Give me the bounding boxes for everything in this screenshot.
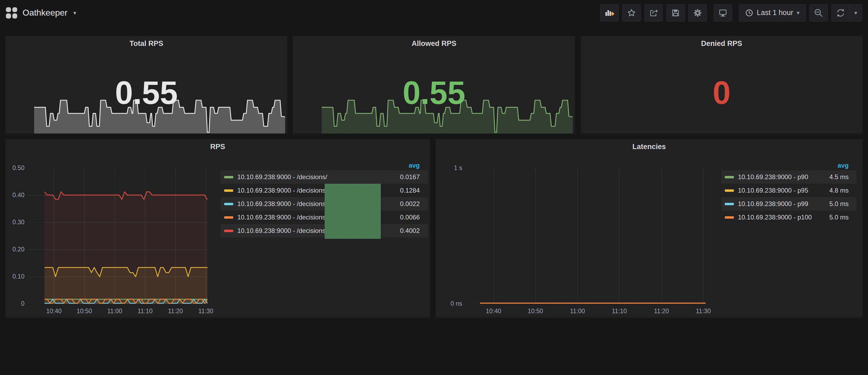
legend-avg-value: 4.5 ms [829,173,849,181]
x-axis-label: 11:30 [688,308,718,315]
settings-button[interactable] [688,4,707,22]
y-axis-label: 0 [5,300,25,308]
stat-value: 0.55 [5,76,287,110]
save-icon [671,8,680,18]
x-axis-label: 10:40 [39,308,69,315]
x-axis-label: 11:00 [563,308,592,315]
series-color-swatch[interactable] [224,189,233,192]
star-button[interactable] [622,4,641,22]
share-icon [649,8,658,18]
stat-row: Total RPS 0.55 Allowed RPS 0.55 Denied R… [5,36,863,133]
x-axis-label: 10:50 [70,308,99,315]
stat-value: 0.55 [293,76,575,110]
legend-row[interactable]: 10.10.69.238:9000 - p954.8 ms [721,184,857,197]
legend-avg-header[interactable]: avg [721,161,857,170]
y-axis-label: 1 s [436,164,462,172]
x-axis-label: 11:10 [604,308,634,315]
star-icon [627,8,637,18]
chevron-down-icon: ▾ [854,10,857,15]
panel-title[interactable]: Denied RPS [581,39,863,48]
zoom-out-icon [814,8,824,18]
series-color-swatch[interactable] [224,203,233,205]
legend-series-label: 10.10.69.238:9000 - p95 [738,187,824,194]
monitor-icon [718,8,728,18]
rps-legend: avg10.10.69.238:9000 - /decisions/0.0167… [220,161,428,238]
legend-avg-value: 0.0022 [400,200,420,208]
refresh-button[interactable] [832,4,850,22]
dashboard-nav: Oathkeeper ▾ [6,7,76,19]
x-axis-label: 11:20 [647,308,676,315]
legend-row[interactable]: 10.10.69.238:9000 - p904.5 ms [721,170,857,184]
overlay-box [324,184,381,239]
legend-row[interactable]: 10.10.69.238:9000 - p1005.0 ms [721,211,857,224]
series-color-swatch[interactable] [725,203,734,205]
panel-denied-rps: Denied RPS 0 [581,36,863,133]
toolbar: Last 1 hour ▾ ▾ [600,4,862,22]
x-axis-label: 10:50 [521,308,550,315]
time-range-picker[interactable]: Last 1 hour ▾ [739,4,806,22]
y-axis-label: 0.10 [5,273,25,280]
legend-row[interactable]: 10.10.69.238:9000 - p995.0 ms [721,197,857,211]
panel-title[interactable]: Total RPS [5,39,287,48]
legend-row[interactable]: 10.10.69.238:9000 - /decisions/0.0066 [220,211,428,224]
x-axis-label: 10:40 [479,308,508,315]
series-color-swatch[interactable] [224,230,233,232]
y-axis-label: 0.40 [5,191,25,199]
legend-series-label: 10.10.69.238:9000 - p99 [738,200,824,208]
panel-rps-graph: RPS avg10.10.69.238:9000 - /decisions/0.… [5,139,430,318]
time-range-label: Last 1 hour [757,9,793,17]
legend-avg-value: 4.8 ms [829,187,849,194]
panel-title[interactable]: RPS [5,143,430,151]
cycle-view-button[interactable] [714,4,732,22]
series-color-swatch[interactable] [224,176,233,178]
series-color-swatch[interactable] [725,216,734,219]
legend-series-label: 10.10.69.238:9000 - /decisions/ [237,173,394,181]
clock-icon [745,9,753,17]
panel-title[interactable]: Latencies [436,143,863,151]
legend-series-label: 10.10.69.238:9000 - p100 [738,214,824,221]
rps-chart-canvas[interactable] [29,168,208,304]
add-panel-button[interactable] [600,4,619,22]
y-axis-label: 0.30 [5,219,25,226]
navbar: Oathkeeper ▾ [0,0,868,26]
legend-avg-value: 5.0 ms [829,214,849,221]
graph-row: RPS avg10.10.69.238:9000 - /decisions/0.… [5,139,863,318]
chevron-down-icon: ▾ [797,10,800,15]
chevron-down-icon[interactable]: ▾ [73,10,76,16]
legend-avg-value: 0.0066 [400,214,420,221]
refresh-button-group: ▾ [832,4,862,22]
legend-row[interactable]: 10.10.69.238:9000 - /decisions/0.0022 [220,197,428,211]
x-axis-label: 11:00 [100,308,129,315]
series-color-swatch[interactable] [725,176,734,178]
legend-row[interactable]: 10.10.69.238:9000 - /decisions/0.0167 [220,170,428,184]
dashboard-grid-icon[interactable] [6,7,17,19]
legend-series-label: 10.10.69.238:9000 - p90 [738,173,824,181]
latencies-chart-canvas[interactable] [467,168,706,304]
y-axis-label: 0.20 [5,246,25,253]
legend-row[interactable]: 10.10.69.238:9000 - /decisions/0.1284 [220,184,428,197]
x-axis-label: 11:30 [191,308,221,315]
refresh-icon [836,8,845,18]
latencies-legend: avg10.10.69.238:9000 - p904.5 ms10.10.69… [721,161,857,224]
legend-avg-value: 0.4002 [400,227,420,235]
legend-avg-header[interactable]: avg [220,161,428,170]
legend-avg-value: 0.0167 [400,173,420,181]
panel-title[interactable]: Allowed RPS [293,39,575,48]
x-axis-label: 11:20 [161,308,190,315]
x-axis-label: 11:10 [130,308,160,315]
zoom-out-button[interactable] [809,4,828,22]
stat-value: 0 [581,76,863,110]
dashboard-title[interactable]: Oathkeeper [23,8,67,18]
series-color-swatch[interactable] [224,216,233,219]
panel-allowed-rps: Allowed RPS 0.55 [293,36,575,133]
y-axis-label: 0 ns [436,300,462,308]
share-button[interactable] [644,4,663,22]
panel-total-rps: Total RPS 0.55 [5,36,287,133]
series-color-swatch[interactable] [725,189,734,192]
add-panel-icon [604,8,615,18]
refresh-interval-dropdown[interactable]: ▾ [850,4,862,22]
legend-avg-value: 0.1284 [400,187,420,194]
save-button[interactable] [666,4,685,22]
y-axis-label: 0.50 [5,164,25,172]
legend-row[interactable]: 10.10.69.238:9000 - /decisions/0.4002 [220,224,428,238]
